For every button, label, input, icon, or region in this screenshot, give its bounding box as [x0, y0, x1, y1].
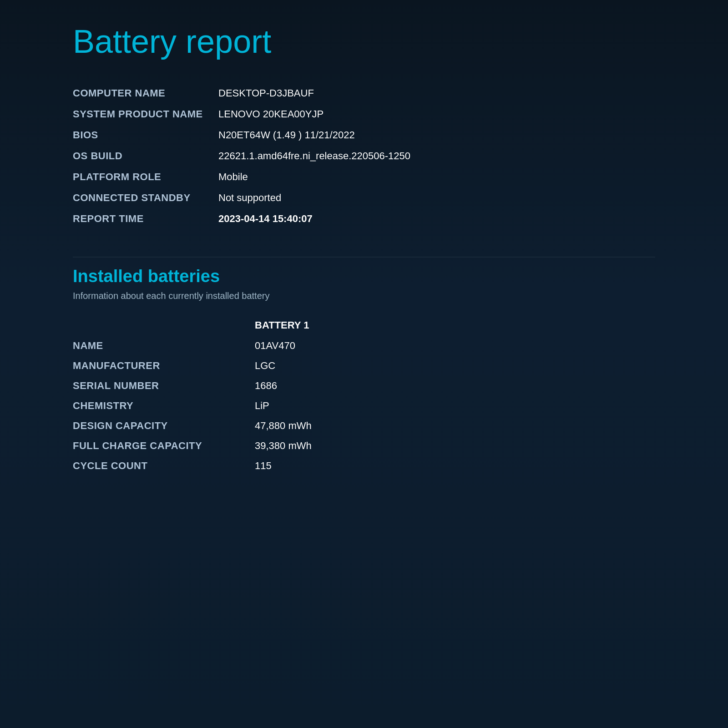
- system-info-label: PLATFORM ROLE: [73, 171, 218, 183]
- battery-data-row: MANUFACTURERLGC: [73, 356, 655, 376]
- system-info-row: COMPUTER NAMEDESKTOP-D3JBAUF: [73, 83, 655, 104]
- battery-data-value: 1686: [255, 380, 277, 392]
- battery-data-row: DESIGN CAPACITY47,880 mWh: [73, 416, 655, 436]
- page-title: Battery report: [73, 23, 655, 60]
- system-info-row: OS BUILD22621.1.amd64fre.ni_release.2205…: [73, 146, 655, 167]
- system-info-value: Not supported: [218, 192, 281, 204]
- battery-data-value: LGC: [255, 360, 275, 372]
- section-divider: [73, 257, 655, 258]
- system-info-row: PLATFORM ROLEMobile: [73, 167, 655, 187]
- system-info-value: N20ET64W (1.49 ) 11/21/2022: [218, 129, 355, 141]
- system-info-label: COMPUTER NAME: [73, 87, 218, 99]
- battery-data-value: 115: [255, 460, 272, 472]
- system-info-row: CONNECTED STANDBYNot supported: [73, 187, 655, 208]
- page-container: Battery report COMPUTER NAMEDESKTOP-D3JB…: [0, 0, 728, 728]
- battery-data-label: MANUFACTURER: [73, 360, 255, 372]
- battery-column-header: BATTERY 1: [255, 319, 309, 331]
- system-info-row: BIOSN20ET64W (1.49 ) 11/21/2022: [73, 125, 655, 146]
- battery-data-label: DESIGN CAPACITY: [73, 420, 255, 432]
- system-info-row: SYSTEM PRODUCT NAMELENOVO 20KEA00YJP: [73, 104, 655, 125]
- battery-data-value: 01AV470: [255, 340, 295, 352]
- battery-data-label: CYCLE COUNT: [73, 460, 255, 472]
- battery-table: BATTERY 1NAME01AV470MANUFACTURERLGCSERIA…: [73, 319, 655, 476]
- battery-data-row: CHEMISTRYLiP: [73, 396, 655, 416]
- battery-data-value: 39,380 mWh: [255, 440, 312, 452]
- installed-batteries-subtitle: Information about each currently install…: [73, 291, 655, 301]
- battery-data-label: NAME: [73, 340, 255, 352]
- installed-batteries-title: Installed batteries: [73, 267, 655, 286]
- battery-header-spacer: [73, 319, 255, 331]
- system-info-value: 2023-04-14 15:40:07: [218, 213, 313, 225]
- system-info-row: REPORT TIME2023-04-14 15:40:07: [73, 208, 655, 229]
- battery-header-row: BATTERY 1: [73, 319, 655, 331]
- battery-data-label: FULL CHARGE CAPACITY: [73, 440, 255, 452]
- battery-data-row: NAME01AV470: [73, 336, 655, 356]
- system-info-label: OS BUILD: [73, 150, 218, 162]
- system-info-value: DESKTOP-D3JBAUF: [218, 87, 314, 99]
- battery-data-row: CYCLE COUNT115: [73, 456, 655, 476]
- battery-data-row: SERIAL NUMBER1686: [73, 376, 655, 396]
- system-info-label: SYSTEM PRODUCT NAME: [73, 108, 218, 120]
- battery-data-label: CHEMISTRY: [73, 400, 255, 412]
- battery-data-row: FULL CHARGE CAPACITY39,380 mWh: [73, 436, 655, 456]
- system-info-label: REPORT TIME: [73, 213, 218, 225]
- battery-data-label: SERIAL NUMBER: [73, 380, 255, 392]
- battery-data-value: LiP: [255, 400, 269, 412]
- system-info-value: 22621.1.amd64fre.ni_release.220506-1250: [218, 150, 410, 162]
- system-info-value: Mobile: [218, 171, 248, 183]
- system-info-value: LENOVO 20KEA00YJP: [218, 108, 324, 120]
- battery-data-value: 47,880 mWh: [255, 420, 312, 432]
- system-info-table: COMPUTER NAMEDESKTOP-D3JBAUFSYSTEM PRODU…: [73, 83, 655, 229]
- system-info-label: CONNECTED STANDBY: [73, 192, 218, 204]
- system-info-label: BIOS: [73, 129, 218, 141]
